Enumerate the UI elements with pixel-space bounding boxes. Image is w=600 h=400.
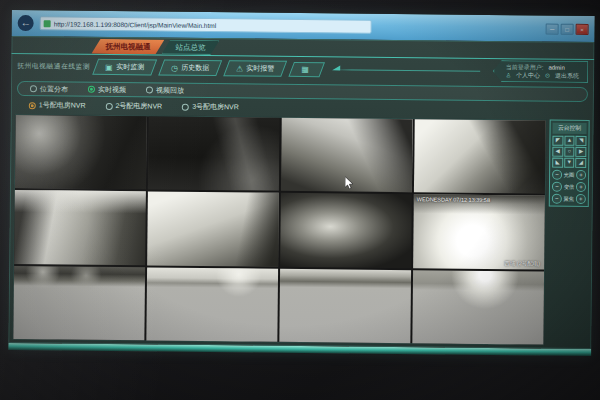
- profile-link[interactable]: 个人中心: [516, 71, 540, 79]
- site-favicon: [44, 20, 51, 27]
- person-icon: ♙: [506, 71, 511, 79]
- camera-tile-5[interactable]: [14, 190, 146, 265]
- zoom-out-button[interactable]: −: [552, 182, 562, 192]
- camera-osd-label: 西埔 (2号配电): [504, 260, 540, 267]
- ptz-auto-scan-button[interactable]: ○: [564, 147, 575, 157]
- focus-near-button[interactable]: −: [552, 194, 562, 204]
- radio-live-video[interactable]: 实时视频: [88, 84, 126, 94]
- focus-label: 聚焦: [564, 195, 575, 202]
- radio-icon: [146, 86, 153, 93]
- video-icon: ▦: [301, 64, 309, 73]
- username: admin: [548, 64, 564, 72]
- logout-link[interactable]: 退出系统: [555, 72, 579, 80]
- monitor-icon: ▣: [105, 62, 113, 71]
- ptz-iris-row: − 光圈 +: [552, 170, 586, 180]
- ptz-pan-left-button[interactable]: ◀: [552, 147, 563, 157]
- back-button[interactable]: ←: [18, 15, 34, 31]
- radio-selected-icon: [88, 86, 95, 93]
- video-wall: WEDNESDAY 07/12 13:39:58 西埔 (2号配电): [12, 114, 546, 346]
- minimize-button[interactable]: ─: [546, 23, 559, 34]
- radio-icon: [105, 102, 112, 109]
- history-icon: ◷: [171, 63, 178, 72]
- main-area: WEDNESDAY 07/12 13:39:58 西埔 (2号配电) 云台控制 …: [8, 113, 593, 349]
- login-label: 当前登录用户:: [506, 63, 544, 71]
- ptz-control-panel: 云台控制 ◤ ▲ ◥ ◀ ○ ▶ ◣ ▼ ◢ − 光圈: [549, 120, 590, 207]
- radio-icon: [30, 85, 37, 92]
- url-input[interactable]: [54, 20, 368, 30]
- window-controls: ─ □ ×: [546, 23, 589, 34]
- camera-tile-12[interactable]: [412, 270, 544, 345]
- focus-far-button[interactable]: +: [576, 194, 586, 204]
- radio-nvr-1[interactable]: 1号配电房NVR: [29, 100, 86, 111]
- radio-nvr-2[interactable]: 2号配电房NVR: [105, 101, 162, 112]
- realtime-monitor-button[interactable]: ▣ 实时监测: [92, 59, 157, 76]
- ptz-panel-title: 云台控制: [553, 123, 587, 134]
- iris-minus-button[interactable]: −: [552, 170, 562, 180]
- logout-icon: ⊙: [545, 72, 550, 80]
- camera-tile-10[interactable]: [146, 267, 278, 342]
- video-button[interactable]: ▦: [288, 61, 324, 76]
- ptz-focus-row: − 聚焦 +: [552, 194, 586, 204]
- camera-tile-8[interactable]: WEDNESDAY 07/12 13:39:58 西埔 (2号配电): [413, 195, 545, 270]
- ptz-zoom-row: − 变倍 +: [552, 182, 586, 192]
- tab-site-overview[interactable]: 站点总览: [161, 40, 219, 56]
- history-data-button[interactable]: ◷ 历史数据: [158, 60, 222, 77]
- iris-plus-button[interactable]: +: [576, 170, 586, 180]
- camera-osd-timestamp: WEDNESDAY 07/12 13:39:58: [417, 197, 490, 204]
- page-title: 抚州电视融通在线监测: [17, 61, 90, 72]
- camera-tile-4[interactable]: [414, 119, 546, 194]
- zoom-in-button[interactable]: +: [576, 182, 586, 192]
- ptz-pan-upright-button[interactable]: ◥: [576, 136, 587, 146]
- camera-tile-1[interactable]: [15, 115, 147, 190]
- radio-selected-icon: [29, 102, 36, 109]
- camera-tile-2[interactable]: [148, 116, 280, 191]
- toolbar: ▣ 实时监测 ◷ 历史数据 ⚠ 实时报警 ▦: [95, 59, 321, 77]
- ptz-pan-right-button[interactable]: ▶: [576, 147, 587, 157]
- realtime-alarm-button[interactable]: ⚠ 实时报警: [223, 60, 287, 77]
- iris-label: 光圈: [564, 171, 575, 178]
- tab-video-monitor[interactable]: 抚州电视融通: [91, 39, 164, 55]
- camera-tile-6[interactable]: [147, 192, 279, 267]
- url-box[interactable]: [40, 16, 372, 33]
- ptz-pan-downright-button[interactable]: ◢: [576, 158, 587, 168]
- titlebar-spacer: [378, 27, 540, 29]
- camera-tile-7[interactable]: [280, 193, 412, 268]
- close-button[interactable]: ×: [576, 23, 589, 34]
- zoom-label: 变倍: [564, 183, 575, 190]
- camera-tile-9[interactable]: [13, 266, 145, 341]
- ptz-tilt-down-button[interactable]: ▼: [564, 158, 575, 168]
- user-panel: 当前登录用户: admin ♙ 个人中心 ⊙ 退出系统: [493, 60, 589, 83]
- surveillance-app: 抚州电视融通 站点总览 抚州电视融通在线监测 ▣ 实时监测 ◷ 历史数据 ⚠: [8, 36, 594, 349]
- screen: ← ─ □ × 抚州电视融通 站点总览 抚州电视融通在线监测: [8, 10, 595, 356]
- ptz-dpad: ◤ ▲ ◥ ◀ ○ ▶ ◣ ▼ ◢: [552, 136, 586, 168]
- hud-divider-line: [334, 69, 479, 72]
- radio-location-map[interactable]: 位置分布: [30, 84, 68, 94]
- radio-icon: [182, 103, 189, 110]
- alarm-icon: ⚠: [236, 64, 243, 73]
- ptz-pan-downleft-button[interactable]: ◣: [552, 158, 563, 168]
- mouse-cursor: [345, 175, 354, 193]
- maximize-button[interactable]: □: [561, 23, 574, 34]
- camera-tile-11[interactable]: [279, 268, 411, 343]
- radio-video-playback[interactable]: 视频回放: [146, 85, 184, 95]
- ptz-tilt-up-button[interactable]: ▲: [564, 136, 575, 146]
- radio-nvr-3[interactable]: 3号配电房NVR: [182, 102, 239, 113]
- ptz-pan-upleft-button[interactable]: ◤: [552, 136, 563, 146]
- monitor-photo: ← ─ □ × 抚州电视融通 站点总览 抚州电视融通在线监测: [0, 0, 600, 400]
